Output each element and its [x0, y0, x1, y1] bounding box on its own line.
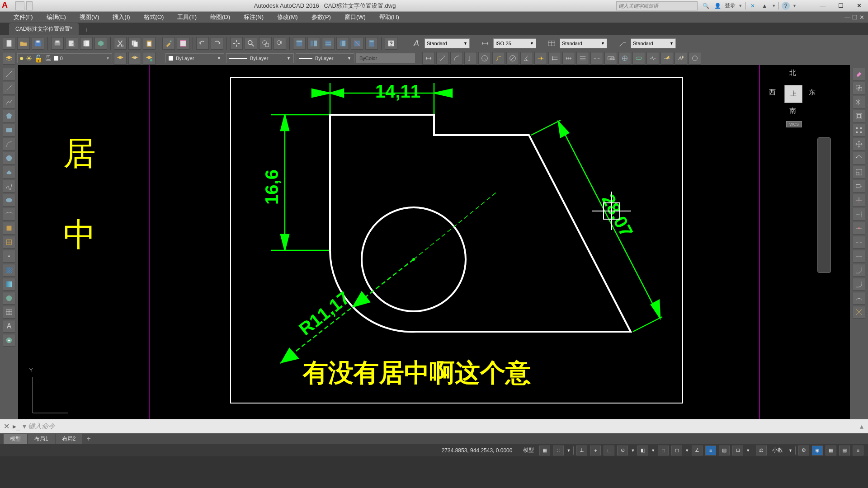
menu-parametric[interactable]: 参数(P) [311, 13, 331, 21]
otrack-icon[interactable]: ∠ [692, 446, 703, 455]
minimize-button[interactable]: — [814, 0, 832, 11]
publish-icon[interactable] [80, 37, 93, 50]
dynamic-input-icon[interactable]: + [590, 446, 601, 455]
doc-minimize[interactable]: — [844, 14, 850, 21]
menu-window[interactable]: 窗口(W) [344, 13, 366, 21]
dim-space-icon[interactable] [576, 52, 589, 65]
grid-toggle-icon[interactable]: ▦ [539, 446, 550, 455]
cmd-resize-handle[interactable]: ▴ [860, 422, 863, 431]
extend-icon[interactable] [853, 208, 865, 221]
layer-previous-icon[interactable] [128, 52, 141, 65]
menu-edit[interactable]: 编辑(E) [47, 13, 66, 21]
ortho-toggle-icon[interactable]: ∟ [604, 446, 614, 455]
polar-toggle-icon[interactable]: ⊙ [617, 446, 628, 455]
point-icon[interactable] [3, 250, 15, 263]
doc-restore[interactable]: ❐ [852, 14, 858, 21]
drawing-canvas[interactable]: 北 西 上 东 南 WCS [18, 65, 850, 419]
erase-icon[interactable] [853, 68, 865, 80]
dim-edit-icon[interactable] [660, 52, 673, 65]
zoom-window-icon[interactable] [259, 37, 272, 50]
layer-properties-icon[interactable] [3, 52, 15, 65]
linetype-combo[interactable]: ByLayer▼ [226, 53, 294, 63]
snap-toggle-icon[interactable]: ⸬ [553, 446, 564, 455]
rectangle-icon[interactable] [3, 124, 15, 136]
customization-icon[interactable]: ≡ [853, 446, 863, 455]
design-center-icon[interactable] [307, 37, 320, 50]
redo-icon[interactable] [211, 37, 223, 50]
menu-modify[interactable]: 修改(M) [277, 13, 298, 21]
dim-text-edit-icon[interactable]: A [675, 52, 687, 65]
search-input[interactable] [616, 1, 698, 10]
qat-button[interactable] [15, 1, 24, 10]
layer-state-icon[interactable] [114, 52, 127, 65]
menu-help[interactable]: 帮助(H) [379, 13, 399, 21]
lineweight-combo[interactable]: ByLayer▼ [296, 53, 354, 63]
revision-cloud-icon[interactable] [3, 166, 15, 178]
workspace-switching-icon[interactable]: ⚙ [798, 446, 809, 455]
quick-properties-icon[interactable]: ▤ [839, 446, 850, 455]
annotation-monitor-icon[interactable]: ◉ [812, 446, 823, 455]
dim-jogged-icon[interactable] [492, 52, 505, 65]
trim-icon[interactable] [853, 194, 865, 206]
infer-constraints-icon[interactable]: ⊥ [576, 446, 587, 455]
help-icon[interactable]: ? [782, 2, 790, 10]
dim-radius-icon[interactable] [478, 52, 491, 65]
center-mark-icon[interactable] [618, 52, 631, 65]
ellipse-icon[interactable] [3, 194, 15, 206]
array-icon[interactable] [853, 124, 865, 136]
polygon-icon[interactable] [3, 110, 15, 122]
dim-diameter-icon[interactable] [506, 52, 519, 65]
help-button-icon[interactable]: ? [385, 37, 397, 50]
command-input[interactable]: 键入命令 [28, 422, 864, 431]
tolerance-icon[interactable]: ±0.1 [604, 52, 617, 65]
text-style-combo[interactable]: Standard▼ [425, 38, 470, 48]
spline-icon[interactable] [3, 180, 15, 192]
properties-icon[interactable] [293, 37, 306, 50]
add-selected-icon[interactable]: + [3, 334, 15, 347]
circle-icon[interactable] [3, 152, 15, 164]
units-icon[interactable]: ▦ [826, 446, 836, 455]
mirror-icon[interactable] [853, 96, 865, 108]
break-icon[interactable] [853, 236, 865, 249]
copy-modify-icon[interactable] [853, 82, 865, 94]
match-properties-icon[interactable] [162, 37, 175, 50]
dim-break-icon[interactable] [590, 52, 603, 65]
maximize-button[interactable]: ☐ [832, 0, 850, 11]
menu-draw[interactable]: 绘图(D) [210, 13, 230, 21]
signin-label[interactable]: 登录 [725, 2, 736, 9]
dim-baseline-icon[interactable] [548, 52, 561, 65]
stretch-icon[interactable] [853, 180, 865, 192]
rotate-icon[interactable] [853, 152, 865, 164]
menu-format[interactable]: 格式(O) [144, 13, 164, 21]
tool-palettes-icon[interactable] [322, 37, 335, 50]
mleader-style-combo[interactable]: Standard▼ [631, 38, 676, 48]
dim-aligned-icon[interactable] [436, 52, 449, 65]
mtext-icon[interactable]: A [3, 320, 15, 333]
menu-file[interactable]: 文件(F) [14, 13, 33, 21]
menu-tools[interactable]: 工具(T) [177, 13, 197, 21]
offset-icon[interactable] [853, 110, 865, 122]
selection-cycling-icon[interactable]: ⊡ [732, 446, 743, 455]
close-button[interactable]: ✕ [850, 0, 868, 11]
zoom-previous-icon[interactable] [274, 37, 286, 50]
line-icon[interactable] [3, 68, 15, 80]
break-at-point-icon[interactable] [853, 222, 865, 235]
qat-dropdown[interactable] [26, 1, 33, 10]
layer-isolate-icon[interactable] [143, 52, 156, 65]
infocenter-search-icon[interactable]: 🔍 [701, 1, 710, 10]
print-icon[interactable] [51, 37, 64, 50]
open-icon[interactable] [17, 37, 30, 50]
arc-icon[interactable] [3, 138, 15, 150]
save-icon[interactable] [32, 37, 44, 50]
cut-icon[interactable] [114, 37, 127, 50]
new-icon[interactable] [3, 37, 15, 50]
isoplane-icon[interactable]: ◧ [637, 446, 648, 455]
menu-insert[interactable]: 插入(I) [113, 13, 130, 21]
dim-quick-icon[interactable] [534, 52, 547, 65]
explode-icon[interactable] [853, 306, 865, 319]
a360-icon[interactable]: ▲ [760, 1, 769, 10]
add-layout-button[interactable]: + [83, 434, 94, 444]
signin-icon[interactable]: 👤 [713, 1, 722, 10]
copy-icon[interactable] [128, 37, 141, 50]
tab-model[interactable]: 模型 [4, 434, 27, 444]
